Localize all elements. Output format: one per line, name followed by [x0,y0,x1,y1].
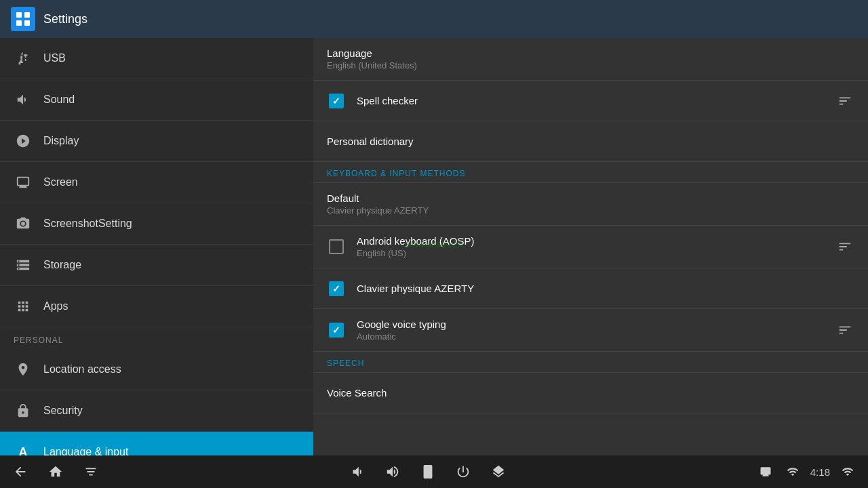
taskbar-right: 4:18 [756,462,857,481]
checkbox-checked-voice [329,323,344,338]
personal-dict-text: Personal dictionary [327,136,854,147]
default-subtitle: Clavier physique AZERTY [327,205,854,216]
screenshot-icon [14,214,33,233]
google-voice-checkbox[interactable] [327,321,346,340]
language-title: Language [327,47,854,59]
security-icon [14,401,33,420]
svg-rect-3 [24,20,30,26]
taskbar-time: 4:18 [810,466,830,478]
google-voice-text: Google voice typing Automatic [357,319,829,342]
svg-point-5 [21,222,25,226]
content-item-default[interactable]: Default Clavier physique AZERTY [313,183,868,226]
spell-checker-settings-icon[interactable] [835,92,854,110]
volume-up-button[interactable] [383,462,402,481]
content-panel: Language English (United States) Spell c… [313,38,868,455]
spell-checker-checkbox[interactable] [327,92,346,110]
google-voice-subtitle: Automatic [357,331,829,342]
svg-rect-2 [16,20,22,26]
spell-checker-title: Spell checker [357,95,829,106]
titlebar: Settings [0,0,868,38]
sidebar-item-screen-label: Screen [43,176,78,188]
volume-down-button[interactable] [348,462,367,481]
content-item-language[interactable]: Language English (United States) [313,38,868,81]
sidebar-item-language[interactable]: A Language & input [0,432,313,455]
sidebar-item-security-label: Security [43,405,83,417]
default-text: Default Clavier physique AZERTY [327,192,854,216]
sidebar-item-location-label: Location access [43,363,121,375]
content-item-google-voice[interactable]: Google voice typing Automatic [313,309,868,352]
screenshot-taskbar-button[interactable] [418,462,437,481]
content-item-clavier-azerty[interactable]: Clavier physique AZERTY [313,268,868,309]
sidebar-item-display-label: Display [43,135,79,147]
back-button[interactable] [11,462,30,481]
sidebar-item-sound-label: Sound [43,94,75,106]
screen-icon [14,173,33,192]
clavier-azerty-title: Clavier physique AZERTY [357,283,854,294]
google-voice-title: Google voice typing [357,319,829,330]
android-keyboard-title: Android keyboard (AOSP) [357,235,829,247]
power-button[interactable] [454,462,473,481]
content-item-android-keyboard[interactable]: Android keyboard (AOSP) English (US) [313,226,868,268]
app-title: Settings [43,12,87,26]
sidebar-item-storage-label: Storage [43,259,81,271]
checkbox-unchecked-icon [329,239,344,254]
sidebar-item-sound[interactable]: Sound [0,79,313,121]
keyboard-section-header: KEYBOARD & INPUT METHODS [313,162,868,183]
apps-icon [14,297,33,316]
content-item-personal-dictionary[interactable]: Personal dictionary [313,121,868,162]
default-title: Default [327,192,854,204]
sidebar-item-location[interactable]: Location access [0,349,313,390]
language-subtitle: English (United States) [327,60,854,70]
display-icon [14,131,33,150]
clavier-azerty-checkbox[interactable] [327,279,346,298]
main-layout: USB Sound Display [0,38,868,455]
google-voice-settings-icon[interactable] [835,321,854,340]
sidebar-item-screenshot-label: ScreenshotSetting [43,218,132,230]
wifi-icon [838,462,857,481]
sidebar-item-apps[interactable]: Apps [0,286,313,327]
sidebar: USB Sound Display [0,38,313,455]
android-keyboard-subtitle: English (US) [357,248,829,258]
checkbox-checked-icon [329,94,344,108]
voice-search-title: Voice Search [327,387,854,399]
sound-icon [14,90,33,109]
recents-button[interactable] [81,462,100,481]
taskbar-center [348,462,508,481]
usb-icon [14,49,33,68]
sidebar-item-storage[interactable]: Storage [0,245,313,286]
sidebar-item-screenshot[interactable]: ScreenshotSetting [0,203,313,245]
android-keyboard-settings-icon[interactable] [835,237,854,256]
sidebar-item-screen[interactable]: Screen [0,162,313,203]
network-icon [783,462,802,481]
language-text: Language English (United States) [327,47,854,70]
checkbox-checked-azerty [329,281,344,296]
home-button[interactable] [46,462,65,481]
content-item-spell-checker[interactable]: Spell checker [313,81,868,121]
personal-dict-title: Personal dictionary [327,136,854,147]
sidebar-item-display[interactable]: Display [0,121,313,162]
content-item-voice-search[interactable]: Voice Search [313,373,868,413]
app-icon [11,7,35,31]
voice-search-text: Voice Search [327,387,854,399]
spell-checker-text: Spell checker [357,95,829,106]
android-keyboard-checkbox[interactable] [327,237,346,256]
speech-section-header: SPEECH [313,352,868,373]
sidebar-item-apps-label: Apps [43,300,68,312]
sidebar-item-usb-label: USB [43,52,66,64]
location-icon [14,360,33,379]
svg-rect-1 [24,12,30,18]
sidebar-item-usb[interactable]: USB [0,38,313,79]
clavier-azerty-text: Clavier physique AZERTY [357,283,854,294]
android-keyboard-text: Android keyboard (AOSP) English (US) [357,235,829,258]
sidebar-item-language-label: Language & input [43,446,128,455]
taskbar-left [11,462,100,481]
storage-icon [14,256,33,274]
screen-taskbar-icon [756,462,775,481]
sidebar-item-security[interactable]: Security [0,390,313,432]
language-icon: A [14,443,33,455]
taskbar: 4:18 [0,455,868,488]
layers-button[interactable] [489,462,508,481]
section-header-personal: PERSONAL [0,327,313,349]
svg-rect-0 [16,12,22,18]
